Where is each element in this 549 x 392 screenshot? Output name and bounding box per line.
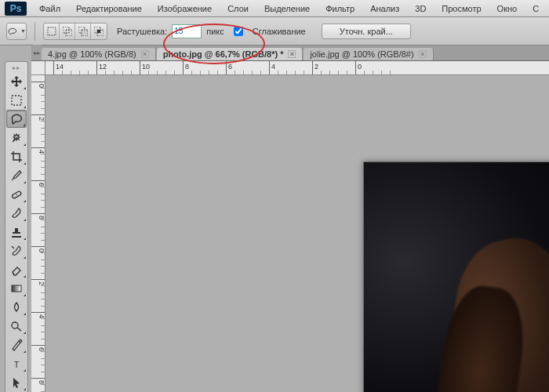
canvas[interactable] [45,75,549,392]
ruler-tick: 0 [355,61,362,75]
feather-label: Растушевка: [117,27,167,36]
svg-point-12 [12,322,18,328]
brush-tool[interactable] [6,204,27,222]
flyout-indicator-icon [24,313,26,315]
pen-tool[interactable] [6,336,27,354]
ruler-tick: 8 [31,213,45,220]
flyout-indicator-icon [24,332,26,334]
flyout-indicator-icon [24,350,26,353]
selection-mode-group [43,23,107,40]
feather-input[interactable] [172,24,202,38]
selection-new-icon[interactable] [44,24,60,39]
selection-add-icon[interactable] [60,24,75,39]
svg-rect-7 [97,30,100,33]
flyout-indicator-icon [24,294,26,296]
menu-image[interactable]: Изображение [150,2,220,16]
tab-label: photo.jpg @ 66,7% (RGB/8*) * [163,49,284,59]
flyout-indicator-icon [24,181,26,183]
menu-select[interactable]: Выделение [256,2,318,16]
separator [35,22,35,41]
move-tool[interactable] [6,72,27,90]
quick-select-tool[interactable] [6,129,27,147]
dodge-tool[interactable] [6,317,27,335]
ruler-tick: 0 [31,246,45,252]
menu-help-truncated[interactable]: С [525,2,547,16]
document-image[interactable] [363,162,549,392]
flyout-indicator-icon [24,162,26,165]
eraser-tool[interactable] [6,260,27,278]
svg-rect-11 [12,285,21,292]
menu-edit[interactable]: Редактирование [68,2,150,16]
menu-window[interactable]: Окно [489,2,525,16]
menu-filter[interactable]: Фильтр [318,2,362,16]
selection-subtract-icon[interactable] [75,24,91,39]
flyout-indicator-icon [24,219,26,221]
type-tool[interactable]: T [6,354,27,372]
menu-layers[interactable]: Слои [220,2,256,16]
path-select-tool[interactable] [6,373,27,391]
ruler-tick: 6 [31,345,45,351]
svg-point-10 [16,194,17,195]
marquee-tool[interactable] [6,91,27,109]
ruler-tick: 4 [269,61,275,75]
svg-rect-4 [82,30,88,36]
close-icon[interactable]: × [141,50,149,58]
eyedropper-tool[interactable] [6,166,27,184]
ruler-origin[interactable] [31,61,45,75]
chevron-down-icon: ▼ [20,28,26,34]
ruler-horizontal[interactable]: 14121086420 [45,61,549,75]
tab-doc-2[interactable]: jolie.jpg @ 100% (RGB/8#)× [304,48,433,60]
ruler-tick: 2 [31,279,45,285]
crop-tool[interactable] [6,147,27,165]
antialias-checkbox[interactable] [234,27,243,36]
svg-rect-0 [48,27,56,35]
stamp-tool[interactable] [6,223,27,241]
tool-panel: ▸▸ T [5,61,28,392]
ruler-tick: 6 [226,61,232,75]
menu-bar: Ps Файл Редактирование Изображение Слои … [0,0,549,17]
close-icon[interactable]: × [288,50,296,58]
flyout-indicator-icon [24,106,26,108]
close-icon[interactable]: × [419,50,427,58]
workspace: 14121086420 0246802468 [31,61,549,392]
ruler-vertical[interactable]: 0246802468 [31,75,45,392]
ruler-tick: 4 [31,312,45,318]
tab-doc-1[interactable]: photo.jpg @ 66,7% (RGB/8*) *× [157,48,304,60]
ruler-tick: 0 [31,82,45,88]
refine-edge-button[interactable]: Уточн. край... [322,24,411,39]
flyout-indicator-icon [24,275,26,278]
active-tool-icon[interactable]: ▼ [6,23,27,40]
document-tabs: ▸▸ 4.jpg @ 100% (RGB/8)× photo.jpg @ 66,… [31,45,549,61]
flyout-indicator-icon [23,124,25,126]
ruler-tick: 2 [312,61,318,75]
feather-unit: пикс [206,27,224,36]
ruler-tick: 4 [31,147,45,154]
flyout-indicator-icon [24,200,26,202]
ruler-tick: 6 [31,180,45,187]
panel-grip-icon[interactable]: ▸▸ [5,64,27,71]
menu-file[interactable]: Файл [31,2,68,16]
flyout-indicator-icon [24,256,26,259]
menu-analysis[interactable]: Анализ [362,2,407,16]
ruler-tick: 2 [31,114,45,121]
gradient-tool[interactable] [6,279,27,297]
flyout-indicator-icon [24,87,26,89]
flyout-indicator-icon [24,369,26,372]
history-brush-tool[interactable] [6,241,27,260]
menu-3d[interactable]: 3D [407,2,434,16]
options-bar: ▼ Растушевка: пикс Сглаживание Уточн. кр… [0,17,549,45]
lasso-tool[interactable] [6,110,27,128]
selection-intersect-icon[interactable] [91,24,107,39]
tab-collapse-icon[interactable]: ▸▸ [32,45,42,60]
tab-doc-0[interactable]: 4.jpg @ 100% (RGB/8)× [42,48,156,60]
flyout-indicator-icon [24,238,26,240]
menu-view[interactable]: Просмотр [434,2,489,16]
tab-label: jolie.jpg @ 100% (RGB/8#) [310,49,413,59]
blur-tool[interactable] [6,298,27,316]
app-logo: Ps [5,2,27,16]
healing-tool[interactable] [6,185,27,203]
antialias-label: Сглаживание [253,27,306,36]
tab-label: 4.jpg @ 100% (RGB/8) [48,49,136,59]
ruler-tick: 8 [31,378,45,384]
flyout-indicator-icon [24,143,26,146]
